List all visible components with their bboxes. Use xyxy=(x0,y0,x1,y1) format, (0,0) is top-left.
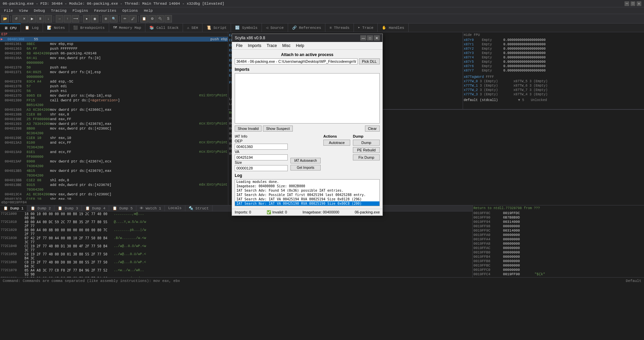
toolbar-step-into[interactable]: ↓ xyxy=(45,15,52,22)
toolbar-bp[interactable]: ● xyxy=(83,15,90,22)
disasm-row[interactable]: 0040137D8965 E8 mov dword ptr ss:[ebp-18… xyxy=(0,93,228,98)
tab-references[interactable]: 🔗 References xyxy=(288,23,326,32)
dump-tab-2[interactable]: 📋 Dump 2 xyxy=(27,205,54,211)
dump-tab-5[interactable]: 📋 Dump 5 xyxy=(109,205,136,211)
scylla-show-invalid-btn[interactable]: Show Invalid xyxy=(235,126,262,132)
disasm-row[interactable]: 004013BE0315 70364200 add edx,dword ptr … xyxy=(0,183,228,192)
disasm-row[interactable]: 004013AF8900 74364200 mov dword ptr ds:[… xyxy=(0,159,228,168)
close-btn[interactable]: ✕ xyxy=(637,1,641,6)
toolbar-goto[interactable]: ⊕ xyxy=(102,15,109,22)
scylla-menu-help[interactable]: Help xyxy=(293,43,307,49)
disasm-row[interactable]: 0040138BC1E8 08 shr eax,8 xyxy=(0,112,228,117)
disasm-row[interactable]: 0040137164:8925 00000000 mov dword ptr f… xyxy=(0,70,228,79)
toolbar-hw-bp[interactable]: ◉ xyxy=(91,15,98,22)
scylla-minimize-btn[interactable]: — xyxy=(360,35,366,41)
disasm-row[interactable]: 004013C9C1E8 10 shr eax,10 xyxy=(0,197,228,200)
menu-help[interactable]: Help xyxy=(141,8,155,13)
tab-call-stack[interactable]: 📚 Call Stack xyxy=(145,23,183,32)
tab-source[interactable]: ◁ Source xyxy=(262,23,288,32)
tab-script[interactable]: 📜 Script xyxy=(202,23,231,32)
toolbar-search[interactable]: 🔍 xyxy=(110,15,118,22)
dump-tab-watch1[interactable]: 👁 Watch 1 xyxy=(136,205,165,211)
toolbar-highlight[interactable]: 🖊 xyxy=(129,15,137,22)
window-controls[interactable]: — □ ✕ xyxy=(625,1,641,6)
tab-breakpoints[interactable]: ⬛ Breakpoints xyxy=(69,23,109,32)
toolbar-run-to-user[interactable]: ⟶ xyxy=(72,15,79,22)
scylla-pick-dll-btn[interactable]: Pick DLL xyxy=(359,58,380,64)
disasm-row[interactable]: 0040139EC1E8 10 shr eax,10 xyxy=(0,136,228,140)
disasm-row[interactable]: 004013A38100 7C364200 and ecx,FFecx:Entr… xyxy=(0,140,228,150)
toolbar-settings[interactable]: ⚙ xyxy=(148,15,156,22)
disasm-row[interactable]: 0040137B57 push edi xyxy=(0,84,228,89)
tab-notes[interactable]: 📝 Notes xyxy=(43,23,70,32)
toolbar-log[interactable]: 📋 xyxy=(140,15,148,22)
scylla-iat-autosearch-btn[interactable]: IAT Autosearch xyxy=(290,158,321,163)
menu-plugins[interactable]: Plugins xyxy=(70,8,91,13)
tab-handles[interactable]: ✋ Handles xyxy=(378,23,409,32)
scylla-va-input[interactable] xyxy=(235,154,288,160)
disasm-row[interactable]: 004013988B00 6C364200 mov eax,dword ptr … xyxy=(0,126,228,136)
menu-favourites[interactable]: Favourites xyxy=(91,8,119,13)
disasm-row[interactable]: 004013C4A1 6C364200 mov eax,dword ptr ds… xyxy=(0,192,228,197)
dump-content[interactable]: 772C100018 00 10 00 00 00 00 00 B8 19 2C… xyxy=(0,211,472,277)
dump-tab-1[interactable]: 📋 Dump 1 xyxy=(0,205,27,211)
toolbar-open[interactable]: 📂 xyxy=(1,15,9,22)
disasm-row[interactable]: 0040137883C4 A4 add esp,-5C xyxy=(0,79,228,84)
scylla-imports-list[interactable] xyxy=(235,73,380,124)
scylla-fix-dump-btn[interactable]: Fix Dump xyxy=(353,154,380,160)
disasm-row[interactable]: 004013636A FF push FFFFFFFF xyxy=(0,46,228,51)
dump-tab-4[interactable]: 📋 Dump 4 xyxy=(82,205,109,211)
scylla-dump-btn[interactable]: Dump xyxy=(353,140,380,146)
scylla-menu-file[interactable]: File xyxy=(233,43,245,49)
maximize-btn[interactable]: □ xyxy=(631,1,635,6)
tab-seh[interactable]: ⚠ SEH xyxy=(183,23,202,32)
disasm-row-eip[interactable]: ► 00401360 55 push ebp xyxy=(0,37,228,42)
scylla-maximize-btn[interactable]: □ xyxy=(367,35,373,41)
menu-debug[interactable]: Debug xyxy=(31,8,48,13)
toolbar-close[interactable]: ✕ xyxy=(20,15,28,22)
tab-threads[interactable]: ≡ Threads xyxy=(325,23,354,32)
disasm-row[interactable]: 00401386A3 6C364200 mov dword ptr ds:[42… xyxy=(0,107,228,112)
toolbar-step-over[interactable]: → xyxy=(56,15,63,22)
disasm-row[interactable]: 004013B54B15 70364200 mov dword ptr ds:[… xyxy=(0,168,228,178)
scylla-oep-input[interactable] xyxy=(235,144,288,150)
scylla-log[interactable]: Loading modules done. Imagebase: 0040000… xyxy=(235,179,380,206)
tab-log[interactable]: 📋 Log xyxy=(21,23,43,32)
scylla-menu-imports[interactable]: Imports xyxy=(245,43,264,49)
disasm-content[interactable]: ► 00401360 55 push ebp 004013618BEC mov … xyxy=(0,37,228,200)
menu-tracing[interactable]: Tracing xyxy=(48,8,69,13)
disasm-row[interactable]: 0040138E25 FF000000 and eax,FF xyxy=(0,117,228,122)
scylla-size-input[interactable] xyxy=(235,165,288,171)
disasm-row[interactable]: 0040136568 48424200 push 06-packing.4201… xyxy=(0,51,228,56)
disasm-row[interactable]: 004013A981E1 FF000000 and ecx,FFecx:Entr… xyxy=(0,150,228,159)
disasm-row[interactable]: 004013BBC1E2 08 shl edx,8 xyxy=(0,178,228,183)
toolbar-restart[interactable]: ↺ xyxy=(12,15,20,22)
toolbar-run[interactable]: ▶ xyxy=(29,15,36,22)
tab-symbols[interactable]: 🔣 Symbols xyxy=(231,23,262,32)
disasm-row[interactable]: 0040137050 push eax xyxy=(0,65,228,70)
dump-tab-locals[interactable]: Locals xyxy=(165,205,185,211)
scylla-close-btn[interactable]: ✕ xyxy=(374,35,380,41)
scylla-menu-misc[interactable]: Misc xyxy=(280,43,293,49)
menu-file[interactable]: File xyxy=(1,8,15,13)
disasm-row[interactable]: 00401380FF15 B8514200 call dword ptr ds:… xyxy=(0,98,228,107)
minimize-btn[interactable]: — xyxy=(625,1,629,6)
menu-options[interactable]: Options xyxy=(120,8,140,13)
disasm-row[interactable]: 0040136A64:A1 00000000 mov eax,dword ptr… xyxy=(0,56,228,65)
tab-trace[interactable]: ➤ Trace xyxy=(354,23,378,32)
toolbar-patch[interactable]: ✏ xyxy=(121,15,129,22)
toolbar-pause[interactable]: ⏸ xyxy=(37,15,44,22)
dump-tab-3[interactable]: 📋 Dump 3 xyxy=(54,205,82,211)
disasm-row[interactable]: 004013618BEC mov ebp,esp xyxy=(0,42,228,46)
log-row-selected[interactable]: IAT Search Nor: IAT VA 00425190 RVA 0002… xyxy=(235,201,379,206)
scylla-clear-btn[interactable]: Clear xyxy=(365,126,380,132)
scylla-process-input[interactable] xyxy=(235,58,358,64)
scylla-get-imports-btn[interactable]: Get Imports xyxy=(290,165,321,171)
toolbar-scylla[interactable]: S xyxy=(165,15,172,22)
scylla-show-suspect-btn[interactable]: Show Suspect xyxy=(263,126,292,132)
scylla-autotrace-btn[interactable]: Autotrace xyxy=(323,140,350,146)
tab-cpu[interactable]: 🖥 CPU xyxy=(0,23,21,32)
dump-tab-struct[interactable]: 🔩 Struct xyxy=(185,205,213,211)
disasm-row[interactable]: 0040137C56 push esi xyxy=(0,89,228,93)
scylla-menu-trace[interactable]: Trace xyxy=(264,43,279,49)
